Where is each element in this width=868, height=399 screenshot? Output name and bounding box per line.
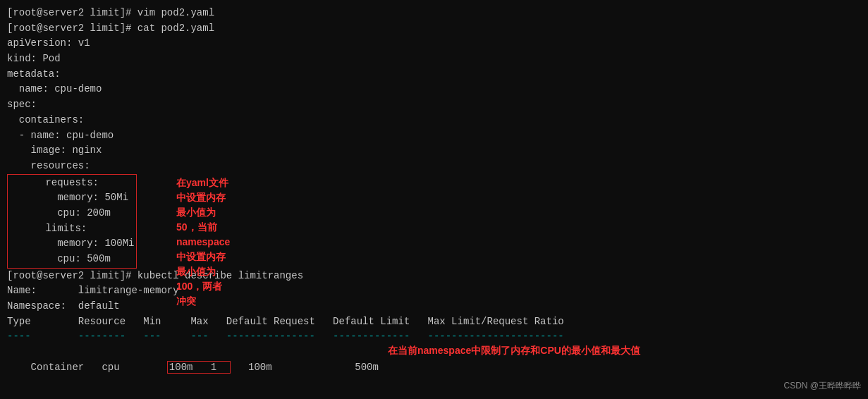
line-3: apiVersion: v1: [7, 36, 861, 51]
line-15: limits:: [10, 221, 134, 237]
line-12: requests:: [10, 176, 134, 191]
line-9: - name: cpu-demo: [7, 128, 861, 144]
line-22-dashes: ---- -------- --- --- --------------- --…: [7, 329, 861, 345]
annotation-2: 在当前namespace中限制了内存和CPU的最小值和最大值: [388, 343, 640, 359]
line-8: containers:: [7, 113, 861, 128]
line-17: cpu: 500m: [10, 252, 134, 267]
line-13: memory: 50Mi: [10, 190, 134, 206]
line-19: Name: limitrange-memory: [7, 283, 861, 299]
line-2: [root@server2 limit]# cat pod2.yaml: [7, 21, 861, 37]
terminal: [root@server2 limit]# vim pod2.yaml [roo…: [0, 0, 868, 399]
line-10: image: nginx: [7, 143, 861, 159]
line-5: metadata:: [7, 67, 861, 82]
watermark: CSDN @王晔晔晔晔: [783, 380, 861, 392]
line-18: [root@server2 limit]# kubectl describe l…: [7, 269, 861, 284]
line-23: Container cpu 100m 1 100m 500m 在当前namesp…: [7, 345, 861, 399]
line-11: resources:: [7, 159, 861, 174]
line-21: Type Resource Min Max Default Request De…: [7, 314, 861, 330]
line-6: name: cpu-demo: [7, 82, 861, 97]
line-7: spec:: [7, 97, 861, 113]
line-1: [root@server2 limit]# vim pod2.yaml: [7, 6, 861, 21]
line-20: Namespace: default: [7, 299, 861, 314]
line-16: memory: 100Mi: [10, 236, 134, 252]
line-14: cpu: 200m: [10, 206, 134, 221]
line-4: kind: Pod: [7, 51, 861, 67]
